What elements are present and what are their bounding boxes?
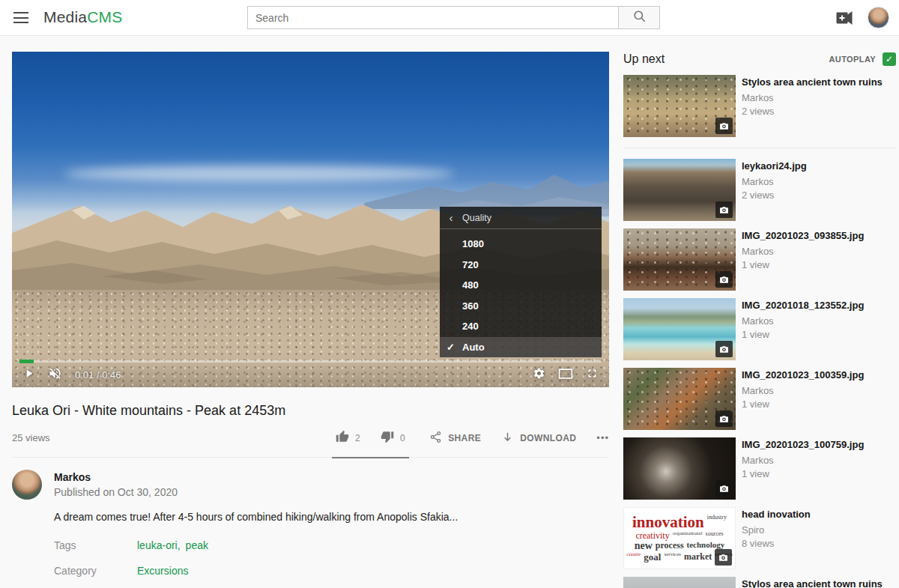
related-views: 8 views bbox=[742, 538, 811, 549]
search-input[interactable] bbox=[247, 6, 619, 29]
related-thumbnail bbox=[623, 298, 736, 360]
word-cloud-word: goal bbox=[644, 552, 661, 562]
play-icon[interactable] bbox=[22, 367, 35, 383]
tag-link[interactable]: leuka-ori, bbox=[137, 539, 181, 551]
tags-label: Tags bbox=[54, 539, 137, 551]
top-bar: MediaCMS bbox=[0, 0, 899, 36]
author-section: Markos Published on Oct 30, 2020 bbox=[12, 470, 609, 500]
up-next-sidebar: Up next AUTOPLAY ✓ Stylos area ancient t… bbox=[623, 52, 896, 588]
word-cloud-word: creativity bbox=[635, 531, 669, 540]
user-avatar[interactable] bbox=[868, 7, 889, 28]
related-thumbnail bbox=[623, 75, 736, 137]
volume-muted-icon[interactable] bbox=[48, 366, 62, 384]
related-views: 1 view bbox=[742, 259, 864, 270]
related-media-list: Stylos area ancient town ruinsMarkos2 vi… bbox=[623, 75, 896, 588]
related-author: Markos bbox=[742, 455, 864, 466]
category-label: Category bbox=[54, 565, 137, 577]
up-next-heading: Up next bbox=[623, 52, 665, 66]
more-options-button[interactable]: ••• bbox=[596, 432, 609, 443]
author-name[interactable]: Markos bbox=[54, 471, 178, 483]
related-media-item[interactable]: IMG_20201023_100359.jpgMarkos1 view bbox=[623, 368, 896, 430]
share-label: SHARE bbox=[448, 433, 481, 443]
quality-option-360[interactable]: 360 bbox=[440, 296, 602, 317]
related-author: Spiro bbox=[742, 524, 811, 536]
thumb-down-icon bbox=[381, 430, 394, 446]
camera-badge-icon bbox=[715, 549, 732, 566]
video-camera-plus-icon bbox=[835, 16, 854, 28]
theater-mode-icon[interactable] bbox=[558, 368, 573, 383]
word-cloud-word: innovation bbox=[632, 515, 704, 530]
quality-option-480[interactable]: 480 bbox=[440, 275, 602, 296]
related-thumbnail bbox=[623, 437, 736, 500]
related-media-item[interactable]: Stylos area ancient town ruinsMarkos2 vi… bbox=[623, 75, 896, 148]
word-cloud-word: market bbox=[684, 552, 712, 562]
search-bar bbox=[247, 6, 660, 29]
share-button[interactable]: SHARE bbox=[429, 431, 481, 446]
related-title[interactable]: IMG_20201023_100759.jpg bbox=[742, 438, 864, 451]
download-button[interactable]: DOWNLOAD bbox=[501, 431, 576, 446]
logo-media: Media bbox=[43, 8, 87, 25]
related-views: 1 view bbox=[742, 468, 864, 479]
related-title[interactable]: IMG_20201018_123552.jpg bbox=[742, 299, 864, 312]
related-thumbnail bbox=[623, 577, 736, 588]
settings-gear-icon[interactable] bbox=[533, 367, 545, 383]
related-title[interactable]: IMG_20201023_100359.jpg bbox=[742, 369, 864, 381]
thumb-up-icon bbox=[336, 430, 349, 446]
related-title[interactable]: head inovation bbox=[742, 508, 811, 521]
check-icon: ✓ bbox=[447, 337, 455, 358]
related-thumbnail: innovationindustrycreativityorganization… bbox=[623, 507, 736, 569]
related-thumbnail bbox=[623, 228, 736, 291]
fullscreen-icon[interactable] bbox=[586, 367, 599, 383]
views-actions-row: 25 views 2 0 bbox=[12, 430, 609, 458]
time-display: 0:01 / 0:46 bbox=[75, 369, 121, 381]
like-button[interactable]: 2 bbox=[336, 430, 360, 446]
camera-badge-icon bbox=[715, 341, 733, 357]
related-media-item[interactable]: leykaori24.jpgMarkos2 views bbox=[623, 159, 896, 221]
quality-option-1080[interactable]: 1080 bbox=[440, 234, 602, 255]
author-avatar[interactable] bbox=[12, 470, 42, 500]
related-media-item[interactable]: IMG_20201023_093855.jpgMarkos1 view bbox=[623, 228, 896, 291]
quality-option-720[interactable]: 720 bbox=[440, 255, 602, 276]
tag-link[interactable]: peak bbox=[186, 539, 208, 551]
like-count: 2 bbox=[355, 433, 360, 443]
related-views: 1 view bbox=[742, 398, 864, 410]
related-author: Markos bbox=[742, 385, 864, 396]
related-author: Markos bbox=[742, 246, 864, 257]
related-title[interactable]: Stylos area ancient town ruins bbox=[742, 76, 883, 88]
share-icon bbox=[429, 431, 442, 446]
quality-options: 1080720480360240✓Auto bbox=[440, 229, 602, 357]
category-link[interactable]: Excursions bbox=[137, 565, 188, 577]
upload-media-button[interactable] bbox=[835, 10, 854, 29]
like-dislike-group: 2 0 bbox=[332, 430, 409, 446]
related-thumbnail bbox=[623, 368, 736, 430]
related-media-item[interactable]: Stylos area ancient town ruins bbox=[623, 577, 896, 588]
player-controls: 0:01 / 0:46 bbox=[12, 363, 609, 387]
quality-menu-back[interactable]: ‹ Quality bbox=[440, 207, 602, 229]
related-views: 2 views bbox=[742, 190, 807, 201]
media-actions: 2 0 SHAR bbox=[332, 430, 609, 446]
publish-date: Published on Oct 30, 2020 bbox=[54, 486, 178, 498]
related-title[interactable]: IMG_20201023_093855.jpg bbox=[742, 229, 864, 242]
quality-option-240[interactable]: 240 bbox=[440, 316, 602, 337]
related-media-item[interactable]: IMG_20201018_123552.jpgMarkos1 view bbox=[623, 298, 896, 360]
word-cloud-word: creativ bbox=[626, 552, 641, 562]
download-icon bbox=[501, 431, 514, 446]
camera-badge-icon bbox=[715, 410, 733, 427]
page-body: ‹ Quality 1080720480360240✓Auto 0:01 / bbox=[0, 36, 899, 588]
related-media-item[interactable]: IMG_20201023_100759.jpgMarkos1 view bbox=[623, 437, 896, 500]
autoplay-checkbox[interactable]: ✓ bbox=[883, 52, 896, 66]
related-title[interactable]: Stylos area ancient town ruins bbox=[742, 578, 883, 588]
related-title[interactable]: leykaori24.jpg bbox=[742, 160, 807, 172]
word-cloud-word: services bbox=[664, 552, 681, 562]
autoplay-label: AUTOPLAY bbox=[829, 55, 877, 64]
related-author: Markos bbox=[742, 315, 864, 327]
video-player[interactable]: ‹ Quality 1080720480360240✓Auto 0:01 / bbox=[12, 52, 609, 387]
dislike-button[interactable]: 0 bbox=[381, 430, 405, 446]
quality-option-auto[interactable]: ✓Auto bbox=[440, 337, 602, 358]
tags-list: leuka-ori,peak bbox=[137, 539, 214, 551]
search-button[interactable] bbox=[619, 6, 660, 29]
word-cloud-word: process bbox=[656, 541, 684, 551]
app-logo[interactable]: MediaCMS bbox=[43, 8, 122, 26]
menu-icon[interactable] bbox=[13, 12, 28, 24]
related-media-item[interactable]: innovationindustrycreativityorganization… bbox=[623, 507, 896, 569]
